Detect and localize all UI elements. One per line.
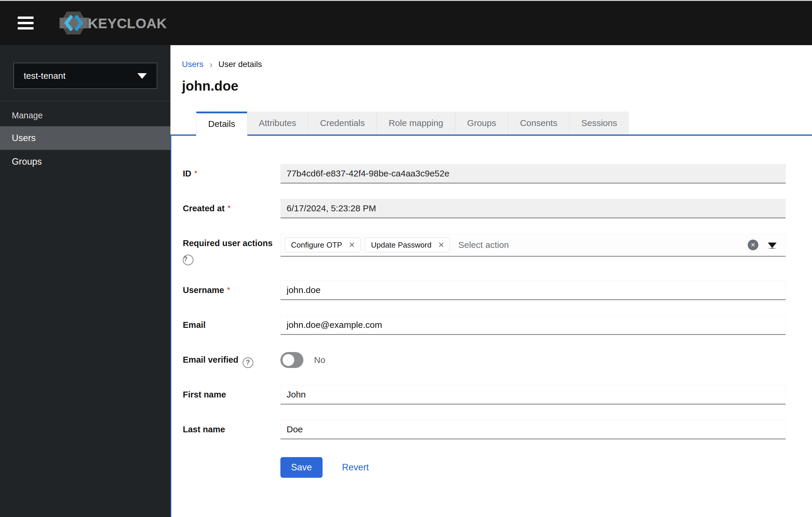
tab-details[interactable]: Details: [196, 112, 247, 136]
sidebar: test-tenant Manage Users Groups: [0, 45, 170, 517]
sidebar-item-groups[interactable]: Groups: [0, 150, 170, 173]
label-col: Created at*: [183, 199, 281, 218]
main-layout: test-tenant Manage Users Groups Users › …: [0, 45, 812, 517]
label-col: Required user actions ?: [183, 234, 281, 265]
field-col: Configure OTP ✕ Update Password ✕ Select…: [281, 234, 786, 265]
help-icon[interactable]: ?: [183, 255, 194, 265]
form-row-created-at: Created at*: [183, 199, 786, 218]
field-col: No: [281, 350, 786, 370]
field-col: [281, 164, 786, 184]
sidebar-item-label: Users: [12, 133, 36, 143]
required-indicator: *: [194, 169, 197, 178]
help-icon[interactable]: ?: [243, 357, 253, 368]
tabs: Details Attributes Credentials Role mapp…: [170, 112, 812, 135]
field-col: [281, 281, 786, 300]
form-row-email-verified: Email verified? No: [183, 350, 786, 370]
first-name-label: First name: [183, 390, 226, 399]
realm-selector-dropdown[interactable]: test-tenant: [13, 63, 157, 89]
field-col: [281, 199, 786, 218]
last-name-label: Last name: [183, 425, 225, 434]
page-title: john.doe: [182, 78, 785, 94]
chip-configure-otp: Configure OTP ✕: [285, 238, 360, 252]
form-row-first-name: First name: [183, 385, 786, 405]
chip-label: Configure OTP: [291, 241, 342, 250]
keycloak-admin-console: KEYCLOAK test-tenant Manage Users Groups: [0, 0, 812, 517]
tab-attributes[interactable]: Attributes: [247, 112, 309, 135]
created-at-field[interactable]: [281, 199, 786, 218]
form-actions: Save Revert: [183, 457, 786, 495]
save-button[interactable]: Save: [281, 457, 323, 478]
breadcrumb-link-users[interactable]: Users: [182, 60, 203, 69]
form-row-username: Username*: [183, 281, 786, 300]
field-col: [281, 420, 786, 439]
select-placeholder: Select action: [458, 240, 509, 250]
breadcrumb-current: User details: [219, 60, 262, 69]
hamburger-bar: [18, 27, 34, 29]
sidebar-item-label: Groups: [12, 156, 42, 167]
caret-down-icon: [137, 73, 147, 79]
hamburger-bar: [18, 17, 34, 19]
created-at-label: Created at: [183, 203, 225, 213]
chip-label: Update Password: [371, 241, 431, 250]
realm-selector-section: test-tenant: [0, 45, 170, 101]
chip-remove-icon[interactable]: ✕: [348, 241, 355, 249]
brand-name: KEYCLOAK: [88, 15, 167, 31]
hamburger-bar: [18, 22, 34, 24]
email-field[interactable]: [281, 316, 786, 335]
first-name-field[interactable]: [281, 385, 786, 405]
label-col: Last name: [183, 420, 281, 439]
required-user-actions-label: Required user actions: [183, 239, 273, 248]
details-tab-panel: ID* Created at*: [170, 135, 812, 517]
email-verified-control: No: [281, 350, 786, 370]
label-col: ID*: [183, 164, 281, 184]
chip-update-password: Update Password ✕: [365, 238, 450, 252]
form-row-id: ID*: [183, 164, 786, 184]
chevron-right-icon: ›: [209, 60, 212, 69]
brand-logo: KEYCLOAK: [59, 9, 167, 37]
keycloak-logo-icon: [59, 9, 90, 37]
form-row-email: Email: [183, 316, 786, 335]
required-user-actions-multiselect[interactable]: Configure OTP ✕ Update Password ✕ Select…: [281, 234, 786, 257]
label-col: [183, 465, 281, 470]
required-indicator: *: [228, 203, 231, 213]
required-indicator: *: [227, 285, 230, 294]
email-label: Email: [183, 320, 205, 330]
tab-role-mapping[interactable]: Role mapping: [377, 112, 455, 135]
field-col: [281, 385, 786, 405]
toggle-knob: [283, 354, 294, 366]
form-row-last-name: Last name: [183, 420, 786, 439]
dropdown-caret-icon[interactable]: [768, 243, 777, 248]
label-col: First name: [183, 385, 281, 405]
revert-link[interactable]: Revert: [342, 462, 369, 473]
content-area: Users › User details john.doe Details At…: [170, 45, 812, 517]
label-col: Email verified?: [183, 350, 281, 370]
chip-remove-icon[interactable]: ✕: [438, 241, 444, 249]
label-col: Username*: [183, 281, 281, 300]
field-col: [281, 316, 786, 335]
toggle-state-label: No: [314, 355, 325, 365]
id-field[interactable]: [281, 164, 786, 184]
tab-sessions[interactable]: Sessions: [569, 112, 629, 135]
field-col: Save Revert: [281, 457, 786, 478]
last-name-field[interactable]: [281, 420, 786, 439]
masthead: KEYCLOAK: [0, 1, 812, 45]
realm-name: test-tenant: [24, 71, 66, 81]
form-row-required-user-actions: Required user actions ? Configure OTP ✕ …: [183, 234, 786, 265]
clear-selection-icon[interactable]: ✕: [748, 240, 758, 250]
breadcrumb: Users › User details: [182, 60, 785, 69]
username-field[interactable]: [281, 281, 786, 300]
tab-credentials[interactable]: Credentials: [308, 112, 377, 135]
tab-consents[interactable]: Consents: [508, 112, 570, 135]
username-label: Username: [183, 285, 224, 295]
id-label: ID: [183, 169, 191, 178]
sidebar-nav: Manage Users Groups: [0, 101, 170, 173]
sidebar-item-users[interactable]: Users: [0, 126, 170, 150]
tab-groups[interactable]: Groups: [455, 112, 508, 135]
email-verified-toggle[interactable]: [281, 352, 303, 368]
email-verified-label: Email verified: [183, 355, 238, 364]
nav-section-title: Manage: [0, 101, 170, 126]
menu-toggle-icon[interactable]: [18, 17, 34, 29]
label-col: Email: [183, 316, 281, 335]
